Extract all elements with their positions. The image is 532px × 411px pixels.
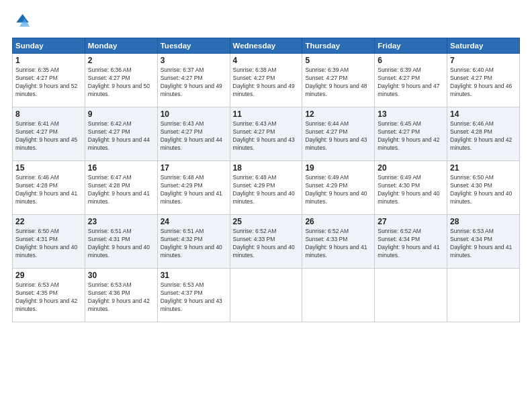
day-info: Sunrise: 6:44 AMSunset: 4:27 PMDaylight:… <box>305 120 367 151</box>
day-cell: 22 Sunrise: 6:50 AMSunset: 4:31 PMDaylig… <box>13 215 85 269</box>
day-number: 5 <box>305 56 371 65</box>
day-info: Sunrise: 6:49 AMSunset: 4:30 PMDaylight:… <box>378 174 439 205</box>
day-cell: 15 Sunrise: 6:46 AMSunset: 4:28 PMDaylig… <box>13 161 85 215</box>
header-cell: Sunday <box>13 38 85 54</box>
day-number: 2 <box>88 56 154 65</box>
day-cell <box>447 269 520 322</box>
day-number: 18 <box>233 163 300 173</box>
day-cell <box>302 269 375 322</box>
day-cell: 29 Sunrise: 6:53 AMSunset: 4:35 PMDaylig… <box>13 269 85 322</box>
day-cell: 2 Sunrise: 6:36 AMSunset: 4:27 PMDayligh… <box>85 54 157 107</box>
day-number: 7 <box>450 56 517 65</box>
day-info: Sunrise: 6:48 AMSunset: 4:29 PMDaylight:… <box>161 174 222 205</box>
day-number: 17 <box>161 163 227 173</box>
day-info: Sunrise: 6:45 AMSunset: 4:27 PMDaylight:… <box>378 120 439 151</box>
day-cell: 13 Sunrise: 6:45 AMSunset: 4:27 PMDaylig… <box>375 107 447 161</box>
day-info: Sunrise: 6:51 AMSunset: 4:31 PMDaylight:… <box>88 228 150 259</box>
day-cell: 1 Sunrise: 6:35 AMSunset: 4:27 PMDayligh… <box>13 54 85 107</box>
day-cell: 12 Sunrise: 6:44 AMSunset: 4:27 PMDaylig… <box>302 107 375 161</box>
day-info: Sunrise: 6:35 AMSunset: 4:27 PMDaylight:… <box>15 66 77 97</box>
day-cell: 30 Sunrise: 6:53 AMSunset: 4:36 PMDaylig… <box>85 269 157 322</box>
day-cell: 31 Sunrise: 6:53 AMSunset: 4:37 PMDaylig… <box>157 269 230 322</box>
header-cell: Monday <box>85 38 157 54</box>
day-info: Sunrise: 6:39 AMSunset: 4:27 PMDaylight:… <box>305 66 367 97</box>
day-number: 25 <box>233 217 300 226</box>
day-number: 12 <box>305 109 371 119</box>
day-number: 31 <box>161 271 227 280</box>
day-cell: 28 Sunrise: 6:53 AMSunset: 4:34 PMDaylig… <box>447 215 520 269</box>
day-cell: 20 Sunrise: 6:49 AMSunset: 4:30 PMDaylig… <box>375 161 447 215</box>
logo <box>12 12 34 31</box>
day-number: 29 <box>15 271 82 280</box>
day-cell <box>375 269 447 322</box>
week-row: 1 Sunrise: 6:35 AMSunset: 4:27 PMDayligh… <box>13 54 520 107</box>
header-row: SundayMondayTuesdayWednesdayThursdayFrid… <box>13 38 520 54</box>
day-number: 24 <box>161 217 227 226</box>
day-info: Sunrise: 6:46 AMSunset: 4:28 PMDaylight:… <box>15 174 77 205</box>
day-info: Sunrise: 6:52 AMSunset: 4:34 PMDaylight:… <box>378 228 439 259</box>
day-cell: 21 Sunrise: 6:50 AMSunset: 4:30 PMDaylig… <box>447 161 520 215</box>
day-number: 8 <box>15 109 82 119</box>
day-number: 13 <box>378 109 444 119</box>
day-cell: 23 Sunrise: 6:51 AMSunset: 4:31 PMDaylig… <box>85 215 157 269</box>
day-number: 30 <box>88 271 154 280</box>
day-number: 16 <box>88 163 154 173</box>
day-info: Sunrise: 6:40 AMSunset: 4:27 PMDaylight:… <box>450 66 512 97</box>
day-info: Sunrise: 6:53 AMSunset: 4:36 PMDaylight:… <box>88 281 150 312</box>
day-number: 19 <box>305 163 371 173</box>
day-info: Sunrise: 6:46 AMSunset: 4:28 PMDaylight:… <box>450 120 512 151</box>
day-info: Sunrise: 6:50 AMSunset: 4:30 PMDaylight:… <box>450 174 512 205</box>
day-cell: 18 Sunrise: 6:48 AMSunset: 4:29 PMDaylig… <box>230 161 302 215</box>
day-number: 14 <box>450 109 517 119</box>
day-cell: 10 Sunrise: 6:43 AMSunset: 4:27 PMDaylig… <box>157 107 230 161</box>
week-row: 22 Sunrise: 6:50 AMSunset: 4:31 PMDaylig… <box>13 215 520 269</box>
day-info: Sunrise: 6:49 AMSunset: 4:29 PMDaylight:… <box>305 174 367 205</box>
day-cell: 19 Sunrise: 6:49 AMSunset: 4:29 PMDaylig… <box>302 161 375 215</box>
svg-marker-0 <box>16 14 29 22</box>
day-number: 23 <box>88 217 154 226</box>
day-cell: 3 Sunrise: 6:37 AMSunset: 4:27 PMDayligh… <box>157 54 230 107</box>
day-cell: 27 Sunrise: 6:52 AMSunset: 4:34 PMDaylig… <box>375 215 447 269</box>
header-cell: Friday <box>375 38 447 54</box>
logo-icon <box>12 12 31 31</box>
page: SundayMondayTuesdayWednesdayThursdayFrid… <box>0 0 532 411</box>
header-cell: Thursday <box>302 38 375 54</box>
week-row: 8 Sunrise: 6:41 AMSunset: 4:27 PMDayligh… <box>13 107 520 161</box>
day-info: Sunrise: 6:38 AMSunset: 4:27 PMDaylight:… <box>233 66 295 97</box>
header-cell: Saturday <box>447 38 520 54</box>
day-number: 3 <box>161 56 227 65</box>
header-cell: Tuesday <box>157 38 230 54</box>
day-info: Sunrise: 6:47 AMSunset: 4:28 PMDaylight:… <box>88 174 150 205</box>
day-info: Sunrise: 6:51 AMSunset: 4:32 PMDaylight:… <box>161 228 222 259</box>
week-row: 29 Sunrise: 6:53 AMSunset: 4:35 PMDaylig… <box>13 269 520 322</box>
day-cell: 4 Sunrise: 6:38 AMSunset: 4:27 PMDayligh… <box>230 54 302 107</box>
day-info: Sunrise: 6:37 AMSunset: 4:27 PMDaylight:… <box>161 66 222 97</box>
day-info: Sunrise: 6:42 AMSunset: 4:27 PMDaylight:… <box>88 120 150 151</box>
day-number: 10 <box>161 109 227 119</box>
day-number: 21 <box>450 163 517 173</box>
day-number: 22 <box>15 217 82 226</box>
day-number: 27 <box>378 217 444 226</box>
week-row: 15 Sunrise: 6:46 AMSunset: 4:28 PMDaylig… <box>13 161 520 215</box>
day-cell: 17 Sunrise: 6:48 AMSunset: 4:29 PMDaylig… <box>157 161 230 215</box>
day-info: Sunrise: 6:53 AMSunset: 4:37 PMDaylight:… <box>161 281 222 312</box>
day-cell: 7 Sunrise: 6:40 AMSunset: 4:27 PMDayligh… <box>447 54 520 107</box>
day-info: Sunrise: 6:52 AMSunset: 4:33 PMDaylight:… <box>305 228 367 259</box>
day-info: Sunrise: 6:43 AMSunset: 4:27 PMDaylight:… <box>161 120 222 151</box>
calendar-table: SundayMondayTuesdayWednesdayThursdayFrid… <box>12 38 520 322</box>
day-cell: 5 Sunrise: 6:39 AMSunset: 4:27 PMDayligh… <box>302 54 375 107</box>
day-cell: 8 Sunrise: 6:41 AMSunset: 4:27 PMDayligh… <box>13 107 85 161</box>
day-cell: 26 Sunrise: 6:52 AMSunset: 4:33 PMDaylig… <box>302 215 375 269</box>
day-number: 11 <box>233 109 300 119</box>
day-info: Sunrise: 6:52 AMSunset: 4:33 PMDaylight:… <box>233 228 295 259</box>
day-cell: 14 Sunrise: 6:46 AMSunset: 4:28 PMDaylig… <box>447 107 520 161</box>
day-cell: 11 Sunrise: 6:43 AMSunset: 4:27 PMDaylig… <box>230 107 302 161</box>
day-info: Sunrise: 6:39 AMSunset: 4:27 PMDaylight:… <box>378 66 439 97</box>
day-number: 28 <box>450 217 517 226</box>
day-info: Sunrise: 6:43 AMSunset: 4:27 PMDaylight:… <box>233 120 295 151</box>
day-number: 20 <box>378 163 444 173</box>
day-info: Sunrise: 6:53 AMSunset: 4:35 PMDaylight:… <box>15 281 77 312</box>
day-info: Sunrise: 6:41 AMSunset: 4:27 PMDaylight:… <box>15 120 77 151</box>
day-info: Sunrise: 6:50 AMSunset: 4:31 PMDaylight:… <box>15 228 77 259</box>
header <box>12 12 520 31</box>
